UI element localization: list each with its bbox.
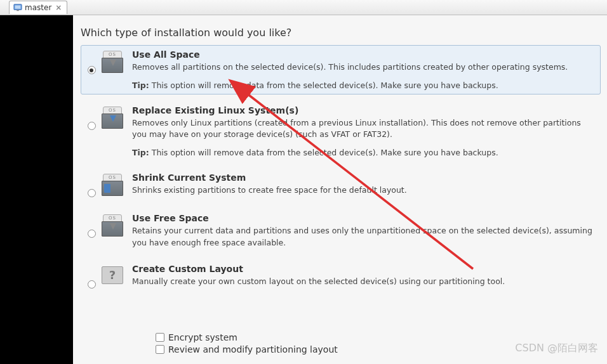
prompt-text: Which type of installation would you lik… [81,27,601,39]
option-desc: Removes only Linux partitions (created f… [132,117,595,140]
tab-label: master [25,3,51,12]
option-icon: OS [102,213,127,238]
option-title: Replace Existing Linux System(s) [132,105,595,115]
radio-free-space[interactable] [88,230,96,238]
option-title: Use Free Space [132,213,595,223]
svg-rect-1 [15,6,21,9]
option-title: Create Custom Layout [132,264,595,274]
checkbox-review-label: Review and modify partitioning layout [168,344,338,354]
checkbox-encrypt-row[interactable]: Encrypt system [156,332,338,342]
radio-use-all-space[interactable] [88,66,96,74]
install-options: OS Use All Space Removes all partitions … [81,45,601,293]
watermark: CSDN @陌白网客 [515,342,598,355]
installer-content: Which type of installation would you lik… [73,15,607,364]
option-desc: Retains your current data and partitions… [132,225,595,248]
checkbox-review-row[interactable]: Review and modify partitioning layout [156,344,338,354]
tab-close-icon[interactable]: × [54,3,63,12]
svg-rect-2 [17,10,19,11]
radio-shrink[interactable] [88,189,96,197]
radio-custom-layout[interactable] [88,280,96,289]
option-replace-linux[interactable]: OS Replace Existing Linux System(s) Remo… [81,101,601,162]
left-black-panel [0,15,73,364]
checkbox-group: Encrypt system Review and modify partiti… [156,332,338,356]
option-icon: ? [102,264,127,284]
option-title: Use All Space [132,49,595,60]
option-icon: OS [102,105,127,131]
option-free-space[interactable]: OS Use Free Space Retains your current d… [81,209,601,252]
option-icon: OS [102,172,127,198]
checkbox-encrypt[interactable] [156,333,164,342]
option-tip: Tip: This option will remove data from t… [132,148,595,157]
checkbox-review[interactable] [156,345,164,354]
option-desc: Shrinks existing partitions to create fr… [132,185,595,196]
option-tip: Tip: This option will remove data from t… [132,81,595,90]
question-icon: ? [102,266,123,284]
checkbox-encrypt-label: Encrypt system [168,332,237,342]
option-desc: Manually create your own custom layout o… [132,276,595,287]
option-title: Shrink Current System [132,172,595,183]
option-desc: Removes all partitions on the selected d… [132,62,595,73]
radio-replace-linux[interactable] [88,122,96,130]
monitor-icon [13,3,22,12]
tab-master[interactable]: master × [9,1,67,14]
option-use-all-space[interactable]: OS Use All Space Removes all partitions … [81,45,601,94]
option-custom-layout[interactable]: ? Create Custom Layout Manually create y… [81,259,601,293]
option-shrink[interactable]: OS Shrink Current System Shrinks existin… [81,168,601,202]
tab-bar: master × [0,0,607,15]
option-icon: OS [102,49,127,75]
